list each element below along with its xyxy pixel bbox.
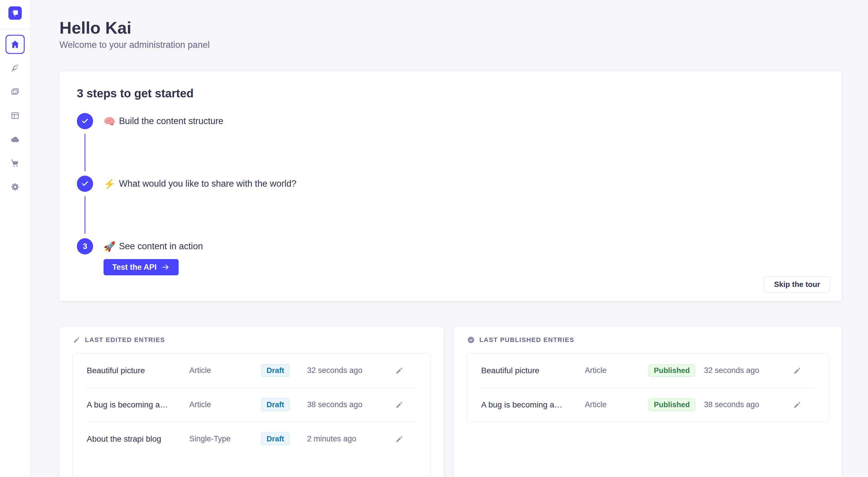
entry-row: A bug is becoming a…ArticlePublished38 s… — [467, 388, 828, 422]
entry-status-cell: Published — [640, 399, 704, 411]
sidebar-item-home[interactable] — [5, 35, 25, 54]
last-edited-entries-table: Beautiful pictureArticleDraft32 seconds … — [72, 353, 431, 477]
sidebar-item-content-manager[interactable] — [5, 59, 25, 78]
status-badge: Published — [648, 364, 695, 377]
step-connector — [84, 196, 86, 234]
step-2-done-circle — [77, 176, 93, 192]
status-badge: Published — [648, 399, 695, 411]
pencil-icon — [395, 366, 404, 375]
last-edited-entries-card: LAST EDITED ENTRIES Beautiful pictureArt… — [59, 327, 444, 477]
step-1-label: 🧠 Build the content structure — [103, 115, 223, 127]
guided-tour-card: 3 steps to get started 🧠 Build the conte… — [59, 71, 842, 301]
gear-icon — [10, 182, 20, 192]
pictures-icon — [10, 87, 20, 97]
entry-status-cell: Published — [640, 364, 704, 377]
sidebar-item-marketplace[interactable] — [5, 154, 25, 173]
tour-step-2: ⚡ What would you like to share with the … — [77, 176, 830, 192]
shopping-cart-icon — [10, 158, 20, 168]
entry-status-cell: Draft — [244, 399, 307, 411]
entry-type: Single-Type — [189, 434, 244, 443]
sidebar-item-settings[interactable] — [5, 177, 25, 197]
sidebar — [0, 0, 30, 477]
guided-tour-title: 3 steps to get started — [77, 87, 830, 100]
entry-row: Beautiful pictureArticleDraft32 seconds … — [73, 353, 430, 387]
entry-title: A bug is becoming a… — [481, 400, 585, 409]
check-circle-icon — [467, 336, 475, 344]
check-icon — [81, 117, 89, 125]
last-published-entries-card: LAST PUBLISHED ENTRIES Beautiful picture… — [454, 327, 842, 477]
brain-emoji-icon: 🧠 — [103, 115, 116, 127]
pencil-icon — [793, 366, 802, 375]
sidebar-item-cloud[interactable] — [5, 130, 25, 149]
edit-entry-button[interactable] — [395, 366, 404, 375]
step-3-label: 🚀 See content in action — [103, 241, 203, 252]
edit-entry-button[interactable] — [395, 435, 404, 443]
entry-type: Article — [585, 366, 640, 375]
status-badge: Draft — [261, 364, 289, 377]
sidebar-item-content-type-builder[interactable] — [5, 106, 25, 125]
rocket-emoji-icon: 🚀 — [103, 241, 116, 252]
edit-entry-button[interactable] — [395, 401, 404, 409]
tour-step-1: 🧠 Build the content structure — [77, 113, 830, 129]
page-subtitle: Welcome to your administration panel — [59, 39, 842, 50]
entry-title: A bug is becoming a… — [87, 400, 189, 409]
step-3-number-circle: 3 — [77, 238, 93, 254]
entry-status-cell: Draft — [244, 433, 307, 445]
edit-entry-button[interactable] — [793, 366, 802, 375]
step-3-action: Test the API — [103, 259, 830, 275]
entry-status-cell: Draft — [244, 364, 307, 377]
entry-row: Beautiful pictureArticlePublished32 seco… — [467, 353, 828, 387]
arrow-right-icon — [161, 263, 170, 272]
guided-tour-steps: 🧠 Build the content structure ⚡ What wou… — [77, 113, 830, 275]
pencil-icon — [72, 336, 81, 344]
pencil-icon — [395, 401, 404, 409]
page-title: Hello Kai — [59, 18, 842, 38]
skip-row: Skip the tour — [77, 276, 830, 293]
pencil-icon — [793, 401, 802, 409]
last-edited-entries-header: LAST EDITED ENTRIES — [72, 336, 431, 344]
entry-row: A bug is becoming a…ArticleDraft38 secon… — [73, 388, 430, 422]
entry-type: Article — [585, 400, 640, 409]
layout-icon — [10, 111, 20, 121]
skip-the-tour-button[interactable]: Skip the tour — [764, 276, 830, 293]
zap-emoji-icon: ⚡ — [103, 178, 116, 190]
step-3-number: 3 — [83, 242, 87, 251]
home-icon — [10, 39, 20, 49]
check-icon — [81, 180, 89, 188]
sidebar-nav — [5, 35, 25, 197]
entry-row: About the strapi blogSingle-TypeDraft2 m… — [73, 422, 430, 456]
sidebar-item-media-library[interactable] — [5, 82, 25, 101]
step-2-label: ⚡ What would you like to share with the … — [103, 178, 297, 190]
entry-title: Beautiful picture — [87, 366, 189, 375]
step-connector — [84, 134, 86, 171]
entry-title: Beautiful picture — [481, 366, 585, 375]
entry-updated-time: 38 seconds ago — [704, 400, 793, 409]
tour-step-3: 3 🚀 See content in action — [77, 238, 830, 254]
test-the-api-button[interactable]: Test the API — [103, 259, 179, 275]
edit-entry-button[interactable] — [793, 401, 802, 409]
status-badge: Draft — [261, 399, 289, 411]
entry-title: About the strapi blog — [87, 434, 189, 444]
strapi-logo[interactable] — [8, 6, 22, 20]
entry-updated-time: 2 minutes ago — [307, 434, 395, 443]
status-badge: Draft — [261, 433, 289, 445]
sidebar-divider — [0, 29, 30, 29]
widget-title: LAST PUBLISHED ENTRIES — [479, 336, 574, 344]
last-published-entries-table: Beautiful pictureArticlePublished32 seco… — [467, 353, 829, 422]
entry-type: Article — [189, 400, 244, 409]
feather-icon — [10, 63, 20, 73]
cloud-icon — [10, 134, 20, 144]
home-widgets: LAST EDITED ENTRIES Beautiful pictureArt… — [59, 327, 842, 477]
pencil-icon — [395, 435, 404, 443]
last-published-entries-header: LAST PUBLISHED ENTRIES — [467, 336, 829, 344]
entry-updated-time: 38 seconds ago — [307, 400, 395, 409]
strapi-logo-icon — [8, 6, 22, 20]
main-content: Hello Kai Welcome to your administration… — [30, 0, 868, 477]
entry-updated-time: 32 seconds ago — [307, 366, 395, 375]
widget-title: LAST EDITED ENTRIES — [85, 336, 165, 344]
step-1-done-circle — [77, 113, 93, 129]
entry-updated-time: 32 seconds ago — [704, 366, 793, 375]
entry-type: Article — [189, 366, 244, 375]
